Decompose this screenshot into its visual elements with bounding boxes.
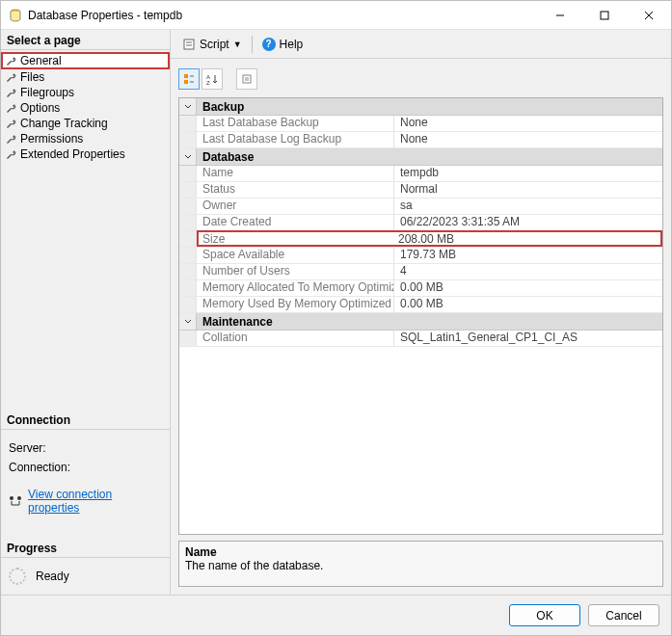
property-value: None bbox=[394, 132, 662, 147]
property-row[interactable]: Space Available179.73 MB bbox=[179, 248, 662, 264]
property-value: 208.00 MB bbox=[394, 230, 662, 247]
dialog-button-row: OK Cancel bbox=[1, 595, 671, 635]
property-row[interactable]: Ownersa bbox=[179, 199, 662, 215]
connection-header: Connection bbox=[1, 410, 170, 430]
help-button[interactable]: ? Help bbox=[258, 36, 308, 53]
right-panel: Script ▼ ? Help AZ bbox=[171, 30, 671, 595]
property-value: tempdb bbox=[394, 166, 662, 181]
property-value: 0.00 MB bbox=[394, 280, 662, 296]
wrench-icon bbox=[5, 102, 16, 114]
toolbar: Script ▼ ? Help bbox=[171, 30, 671, 59]
page-item-files[interactable]: Files bbox=[1, 69, 170, 85]
svg-rect-10 bbox=[184, 74, 188, 78]
category-name: Database bbox=[197, 149, 662, 165]
page-item-label: Files bbox=[20, 70, 44, 84]
server-label: Server: bbox=[9, 441, 162, 455]
grid-toolbar: AZ bbox=[178, 66, 663, 97]
property-row[interactable]: Last Database BackupNone bbox=[179, 116, 662, 132]
category-name: Backup bbox=[197, 99, 662, 115]
select-page-header: Select a page bbox=[1, 30, 170, 50]
page-item-extended-properties[interactable]: Extended Properties bbox=[1, 146, 170, 162]
property-row[interactable]: Date Created06/22/2023 3:31:35 AM bbox=[179, 215, 662, 231]
category-row[interactable]: Maintenance bbox=[179, 313, 662, 331]
category-row[interactable]: Backup bbox=[179, 98, 662, 116]
property-value: SQL_Latin1_General_CP1_CI_AS bbox=[394, 331, 662, 346]
chevron-down-icon[interactable] bbox=[179, 148, 197, 165]
window-title: Database Properties - tempdb bbox=[28, 9, 538, 22]
property-label: Status bbox=[197, 182, 394, 198]
maximize-button[interactable] bbox=[582, 1, 627, 30]
property-label: Last Database Log Backup bbox=[197, 132, 394, 147]
description-text: The name of the database. bbox=[185, 559, 657, 572]
page-item-general[interactable]: General bbox=[1, 52, 170, 69]
dialog-window: Database Properties - tempdb Select a pa… bbox=[0, 0, 672, 636]
connection-icon bbox=[9, 495, 22, 507]
property-row[interactable]: Number of Users4 bbox=[179, 264, 662, 280]
property-label: Name bbox=[197, 166, 394, 181]
ok-button[interactable]: OK bbox=[509, 604, 580, 626]
svg-rect-16 bbox=[243, 75, 251, 83]
wrench-icon bbox=[5, 87, 16, 98]
property-label: Number of Users bbox=[197, 264, 394, 279]
property-value: 06/22/2023 3:31:35 AM bbox=[394, 215, 662, 230]
progress-status: Ready bbox=[36, 570, 69, 583]
property-label: Memory Used By Memory Optimized Objects bbox=[197, 297, 394, 312]
cancel-button[interactable]: Cancel bbox=[588, 604, 659, 626]
property-pages-button[interactable] bbox=[236, 68, 257, 90]
property-value: sa bbox=[394, 199, 662, 214]
categorized-button[interactable] bbox=[178, 68, 200, 90]
svg-rect-7 bbox=[184, 40, 194, 49]
svg-point-6 bbox=[17, 496, 21, 500]
property-value: Normal bbox=[394, 182, 662, 198]
property-label: Collation bbox=[197, 331, 394, 346]
property-value: None bbox=[394, 116, 662, 131]
svg-point-5 bbox=[10, 496, 13, 500]
property-row[interactable]: CollationSQL_Latin1_General_CP1_CI_AS bbox=[179, 331, 662, 347]
page-item-label: Options bbox=[20, 101, 60, 115]
description-panel: Name The name of the database. bbox=[178, 541, 663, 587]
script-label: Script bbox=[200, 38, 229, 51]
alphabetical-button[interactable]: AZ bbox=[202, 68, 223, 90]
property-label: Last Database Backup bbox=[197, 116, 394, 131]
chevron-down-icon[interactable] bbox=[179, 98, 197, 115]
page-list: GeneralFilesFilegroupsOptionsChange Trac… bbox=[1, 50, 170, 168]
page-item-options[interactable]: Options bbox=[1, 100, 170, 116]
property-label: Owner bbox=[197, 199, 394, 214]
property-grid[interactable]: BackupLast Database BackupNoneLast Datab… bbox=[178, 97, 663, 535]
page-item-label: Permissions bbox=[20, 132, 83, 146]
minimize-button[interactable] bbox=[538, 1, 582, 30]
category-name: Maintenance bbox=[197, 314, 662, 330]
wrench-icon bbox=[5, 71, 16, 83]
property-row[interactable]: Memory Allocated To Memory Optimized Obj… bbox=[179, 280, 662, 297]
progress-spinner-icon bbox=[9, 568, 26, 585]
page-item-label: Extended Properties bbox=[20, 147, 125, 161]
close-button[interactable] bbox=[627, 1, 671, 30]
category-row[interactable]: Database bbox=[179, 148, 662, 166]
property-row[interactable]: StatusNormal bbox=[179, 182, 662, 199]
chevron-down-icon[interactable] bbox=[179, 313, 197, 330]
property-row[interactable]: Last Database Log BackupNone bbox=[179, 132, 662, 148]
page-item-label: Filegroups bbox=[20, 86, 74, 99]
connection-label: Connection: bbox=[9, 461, 162, 474]
svg-rect-11 bbox=[184, 80, 188, 84]
view-connection-link[interactable]: View connection properties bbox=[28, 488, 162, 515]
property-value: 0.00 MB bbox=[394, 297, 662, 312]
page-item-change-tracking[interactable]: Change Tracking bbox=[1, 116, 170, 131]
database-icon bbox=[9, 9, 22, 22]
property-row[interactable]: Nametempdb bbox=[179, 166, 662, 182]
help-icon: ? bbox=[262, 38, 276, 51]
svg-rect-2 bbox=[601, 12, 608, 19]
description-name: Name bbox=[185, 545, 657, 559]
property-row[interactable]: Memory Used By Memory Optimized Objects0… bbox=[179, 297, 662, 313]
page-item-permissions[interactable]: Permissions bbox=[1, 131, 170, 146]
left-panel: Select a page GeneralFilesFilegroupsOpti… bbox=[1, 30, 171, 595]
wrench-icon bbox=[5, 55, 16, 66]
property-row[interactable]: Size208.00 MB bbox=[179, 231, 662, 248]
property-label: Space Available bbox=[197, 248, 394, 263]
page-item-filegroups[interactable]: Filegroups bbox=[1, 85, 170, 100]
property-value: 179.73 MB bbox=[394, 248, 662, 263]
wrench-icon bbox=[5, 148, 16, 160]
help-label: Help bbox=[280, 38, 304, 51]
wrench-icon bbox=[5, 118, 16, 129]
script-button[interactable]: Script ▼ bbox=[178, 36, 246, 53]
